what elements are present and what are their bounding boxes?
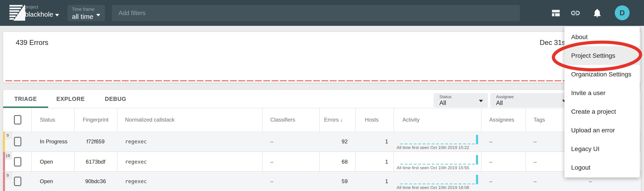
menu-item-legacy-ui[interactable]: Legacy UI (564, 140, 640, 158)
row-checkbox[interactable] (14, 177, 21, 186)
table-row[interactable]: In Progress f72f659 regexec 9 – 92 1 All… (3, 132, 641, 152)
app-logo-icon[interactable] (8, 5, 26, 21)
chart-baseline (6, 80, 638, 81)
status-filter-dropdown[interactable]: Status All (434, 93, 488, 107)
row-checkbox[interactable] (14, 137, 21, 146)
tab-explore-label: EXPLORE (56, 96, 85, 102)
hosts-count-cell: 1 (355, 132, 388, 152)
fingerprint-cell: f72f659 (74, 132, 117, 152)
severity-stripe (3, 132, 5, 152)
tab-explore[interactable]: EXPLORE (48, 90, 93, 108)
assignees-cell: – (489, 132, 492, 152)
user-avatar[interactable]: D (615, 5, 630, 20)
project-selector[interactable]: project blackhole (25, 4, 65, 21)
errors-count: 439 Errors (16, 39, 48, 47)
callstack-cell: regexec (125, 152, 147, 172)
tags-cell: – (534, 172, 536, 191)
classifiers-cell: – (270, 172, 273, 191)
classifiers-cell: – (270, 152, 273, 172)
classifiers-cell: – (270, 132, 273, 152)
activity-caption: All time first seen Oct 10th 2019 16:08 (397, 185, 469, 190)
table-row[interactable]: Open 6173bdf regexec 10 – 68 1 All time … (3, 152, 641, 172)
sparkline-bar (476, 135, 478, 144)
table-row[interactable]: Open 90bdc36 regexec 9 – 59 1 All time f… (3, 172, 641, 191)
errors-summary-card: 439 Errors Dec 31st (3, 32, 641, 83)
sparkline-baseline (400, 164, 478, 165)
project-value: blackhole (25, 10, 65, 18)
sparkline-baseline (400, 184, 478, 184)
menu-item-upload-an-error[interactable]: Upload an error (564, 121, 640, 140)
project-label: project (25, 4, 65, 10)
activity-sparkline (400, 174, 478, 184)
header-assignees[interactable]: Assignees (489, 108, 514, 131)
tab-triage-label: TRIAGE (14, 96, 37, 102)
header-callstack[interactable]: Normalized callstack (125, 108, 174, 131)
status-cell: Open (40, 152, 53, 172)
header-errors-label: Errors (324, 117, 339, 123)
header-fingerprint[interactable]: Fingerprint (74, 108, 117, 131)
sparkline-bar (476, 175, 478, 184)
tags-cell: – (534, 152, 536, 172)
fingerprint-cell: 6173bdf (74, 152, 117, 172)
dashboard-layout-icon[interactable] (551, 8, 561, 18)
sort-descending-icon: ↓ (340, 117, 343, 123)
fingerprint-cell: 90bdc36 (74, 172, 117, 191)
errors-count-cell: 68 (319, 152, 348, 172)
activity-sparkline (400, 134, 478, 144)
row-checkbox[interactable] (14, 157, 21, 167)
chevron-down-icon (55, 14, 59, 16)
header-activity[interactable]: Activity (402, 108, 420, 131)
activity-cell: All time first seen Oct 10th 2019 15:22 (394, 132, 481, 152)
status-filter-label: Status (440, 94, 488, 99)
tab-triage[interactable]: TRIAGE (3, 90, 48, 108)
assignee-filter-dropdown[interactable]: Assignee All (490, 93, 576, 107)
top-bar: project blackhole Time frame all time D (0, 0, 644, 26)
add-filters-input[interactable] (112, 5, 520, 21)
table-header-row: Status Fingerprint Normalized callstack … (3, 108, 641, 131)
menu-item-invite-a-user[interactable]: Invite a user (564, 84, 640, 102)
link-icon[interactable] (570, 8, 580, 18)
assignees-cell: – (489, 172, 492, 191)
chevron-down-icon (96, 14, 100, 16)
menu-item-logout[interactable]: Logout (564, 158, 640, 177)
chevron-down-icon (479, 100, 483, 102)
status-cell: In Progress (40, 132, 68, 152)
notifications-bell-icon[interactable] (592, 8, 602, 18)
header-errors-sorted[interactable]: Errors ↓ (319, 108, 348, 131)
hosts-count-cell: 1 (355, 152, 388, 172)
severity-stripe (3, 172, 5, 191)
menu-item-project-settings[interactable]: Project Settings (564, 46, 640, 65)
hosts-count-cell: 1 (355, 172, 388, 191)
severity-stripe (3, 152, 5, 172)
errors-count-cell: 92 (319, 132, 348, 152)
timeframe-label: Time frame (72, 7, 105, 12)
callstack-cell: regexec (125, 132, 147, 152)
sparkline-bar (476, 155, 478, 165)
profile-dropdown-menu: About Project Settings Organization Sett… (564, 26, 640, 178)
header-classifiers[interactable]: Classifiers (270, 108, 295, 131)
activity-caption: All time first seen Oct 10th 2019 15:22 (397, 145, 469, 150)
status-cell: Open (40, 172, 53, 191)
assignee-filter-label: Assignee (496, 94, 576, 99)
header-status[interactable]: Status (40, 108, 55, 131)
timeframe-selector[interactable]: Time frame all time (68, 5, 105, 21)
assignees-cell: – (489, 152, 492, 172)
activity-caption: All time first seen Oct 10th 2019 15:55 (397, 165, 469, 170)
chart-date-label: Dec 31st (540, 39, 567, 47)
select-all-checkbox[interactable] (14, 115, 21, 125)
header-hosts[interactable]: Hosts (355, 108, 388, 131)
callstack-cell: regexec (125, 172, 147, 191)
sparkline-baseline (400, 144, 478, 144)
header-tags[interactable]: Tags (534, 108, 545, 131)
tab-debug[interactable]: DEBUG (93, 90, 138, 108)
tab-debug-label: DEBUG (105, 96, 126, 102)
activity-sparkline (400, 154, 478, 165)
activity-cell: All time first seen Oct 10th 2019 15:55 (394, 152, 481, 172)
menu-item-organization-settings[interactable]: Organization Settings (564, 65, 640, 84)
errors-count-cell: 59 (319, 172, 348, 191)
menu-item-create-a-project[interactable]: Create a project (564, 102, 640, 121)
tags-cell: – (534, 132, 536, 152)
avatar-initial: D (620, 9, 625, 17)
menu-item-about[interactable]: About (564, 28, 640, 46)
activity-cell: All time first seen Oct 10th 2019 16:08 (394, 172, 481, 191)
